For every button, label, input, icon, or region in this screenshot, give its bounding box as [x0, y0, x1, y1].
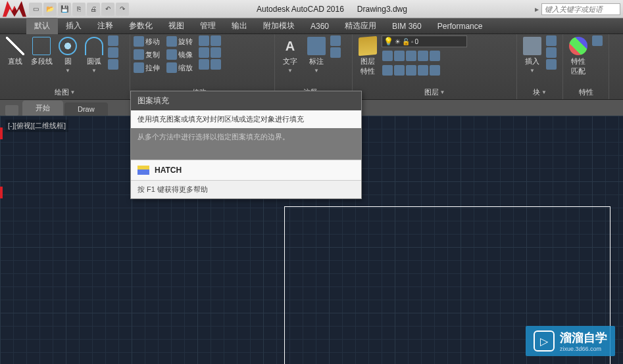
layer-unlock-icon[interactable]: [406, 65, 416, 76]
panel-title-draw[interactable]: 绘图 ▼: [3, 86, 127, 98]
layer-thaw-icon[interactable]: [394, 65, 405, 76]
viewport-label[interactable]: [-][俯视][二维线框]: [5, 120, 68, 132]
panel-annotation: A 文字 ▼ 标注 ▼ 注释 ▼: [275, 34, 353, 99]
redo-icon[interactable]: ↷: [116, 3, 129, 16]
layer-on-icon[interactable]: [418, 65, 428, 76]
dimension-button[interactable]: 标注 ▼: [304, 35, 329, 75]
undo-icon[interactable]: ↶: [101, 3, 114, 16]
table-icon[interactable]: [330, 47, 341, 58]
offset-icon[interactable]: [211, 59, 221, 70]
bulb-icon: 💡: [384, 37, 393, 46]
chevron-down-icon: ▼: [65, 68, 70, 74]
tab-output[interactable]: 输出: [224, 18, 255, 34]
circle-icon: [59, 37, 77, 55]
watermark: ▷ 溜溜自学 zixue.3d66.com: [526, 326, 615, 356]
chevron-down-icon: ▼: [541, 89, 547, 95]
copy-icon: [134, 49, 144, 60]
new-icon[interactable]: ▭: [29, 3, 42, 16]
tab-drawing[interactable]: Draw: [64, 102, 108, 116]
layer-freeze-icon[interactable]: [394, 51, 405, 61]
fillet-icon[interactable]: [199, 47, 209, 58]
spline-icon[interactable]: [108, 47, 118, 58]
panel-title-block[interactable]: 块 ▼: [520, 86, 560, 98]
tab-parametric[interactable]: 参数化: [121, 18, 161, 34]
ribbon: 直线 多段线 圆 ▼ 圆弧 ▼ 绘图 ▼: [0, 34, 623, 100]
copy-button[interactable]: 复制: [133, 49, 164, 60]
plot-icon[interactable]: 🖨: [87, 3, 100, 16]
tab-bim360[interactable]: BIM 360: [384, 19, 430, 34]
tooltip-description: 使用填充图案或填充对封闭区域或选定对象进行填充: [131, 110, 361, 128]
tooltip-command: HATCH: [155, 166, 182, 175]
tab-featured[interactable]: 精选应用: [337, 18, 384, 34]
circle-button[interactable]: 圆 ▼: [55, 35, 80, 75]
move-button[interactable]: 移动: [133, 35, 164, 47]
insert-block-button[interactable]: 插入 ▼: [520, 35, 545, 75]
autocad-logo-icon[interactable]: [3, 1, 26, 17]
tab-annotate[interactable]: 注释: [89, 18, 121, 34]
polyline-button[interactable]: 多段线: [29, 35, 54, 68]
arc-button[interactable]: 圆弧 ▼: [82, 35, 107, 75]
tooltip-title: 图案填充: [131, 91, 361, 110]
stretch-button[interactable]: 拉伸: [133, 62, 164, 74]
tab-insert[interactable]: 插入: [58, 18, 89, 34]
mirror-button[interactable]: 镜像: [166, 49, 197, 60]
erase-icon[interactable]: [211, 35, 221, 46]
saveas-icon[interactable]: ⎘: [72, 3, 86, 16]
hatch-command-icon: [137, 166, 149, 175]
play-icon: ▷: [534, 330, 555, 352]
layer-selector[interactable]: 💡 ☀ 🔓 ▫ 0: [382, 35, 467, 47]
tab-default[interactable]: 默认: [26, 18, 58, 34]
scale-button[interactable]: 缩放: [166, 62, 197, 74]
hatch-tooltip: 图案填充 使用填充图案或填充对封闭区域或选定对象进行填充 从多个方法中进行选择以…: [130, 91, 362, 199]
tab-performance[interactable]: Performance: [430, 19, 491, 34]
search-input[interactable]: [541, 3, 620, 15]
open-icon[interactable]: 📂: [43, 3, 57, 16]
line-button[interactable]: 直线: [3, 35, 28, 68]
tab-a360[interactable]: A360: [303, 19, 337, 34]
save-icon[interactable]: 💾: [58, 3, 71, 16]
match-props-button[interactable]: 特性 匹配: [566, 35, 591, 78]
match-props-icon: [569, 37, 587, 55]
trim-icon[interactable]: [199, 35, 209, 46]
rect-icon[interactable]: [108, 35, 118, 46]
chevron-down-icon: ▼: [91, 68, 97, 74]
create-block-icon[interactable]: [546, 35, 557, 46]
layer-off-icon[interactable]: [418, 51, 428, 61]
panel-title-layers[interactable]: 图层 ▼: [355, 86, 514, 98]
title-center: Autodesk AutoCAD 2016 Drawing3.dwg: [129, 5, 535, 14]
color-icon[interactable]: [592, 35, 603, 46]
panel-draw: 直线 多段线 圆 ▼ 圆弧 ▼ 绘图 ▼: [0, 34, 130, 99]
panel-modify: 移动 复制 拉伸 旋转 镜像 缩放 修改 ▼: [130, 34, 275, 99]
layer-lock-icon[interactable]: [406, 51, 416, 61]
move-icon: [134, 36, 144, 47]
file-name: Drawing3.dwg: [357, 5, 407, 14]
panel-layers: 图层 特性 💡 ☀ 🔓 ▫ 0: [353, 34, 517, 99]
tab-addins[interactable]: 附加模块: [255, 18, 303, 34]
square-icon: ▫: [411, 38, 414, 45]
block-attr-icon[interactable]: [546, 59, 557, 70]
rotate-button[interactable]: 旋转: [166, 35, 197, 47]
tab-view[interactable]: 视图: [161, 18, 192, 34]
sun-icon: ☀: [395, 38, 401, 45]
title-bar: ▭ 📂 💾 ⎘ 🖨 ↶ ↷ Autodesk AutoCAD 2016 Draw…: [0, 0, 623, 18]
layer-match-icon[interactable]: [430, 51, 440, 61]
home-icon[interactable]: [5, 105, 18, 116]
watermark-url: zixue.3d66.com: [560, 346, 607, 352]
dimension-icon: [307, 37, 326, 55]
tab-manage[interactable]: 管理: [192, 18, 224, 34]
layer-properties-button[interactable]: 图层 特性: [355, 35, 380, 78]
chevron-down-icon: ▼: [287, 68, 293, 74]
edit-block-icon[interactable]: [546, 47, 557, 58]
layer-properties-icon: [359, 36, 377, 56]
panel-title-properties[interactable]: 特性: [566, 86, 606, 98]
layer-uniso-icon[interactable]: [382, 65, 393, 76]
array-icon[interactable]: [199, 59, 209, 70]
layer-iso-icon[interactable]: [382, 51, 393, 61]
chevron-down-icon: ▼: [530, 68, 535, 74]
hatch-icon[interactable]: [108, 59, 118, 70]
layer-prev-icon[interactable]: [430, 65, 440, 76]
text-button[interactable]: A 文字 ▼: [278, 35, 303, 75]
leader-icon[interactable]: [330, 35, 341, 46]
tab-start[interactable]: 开始: [22, 101, 63, 116]
explode-icon[interactable]: [211, 47, 221, 58]
